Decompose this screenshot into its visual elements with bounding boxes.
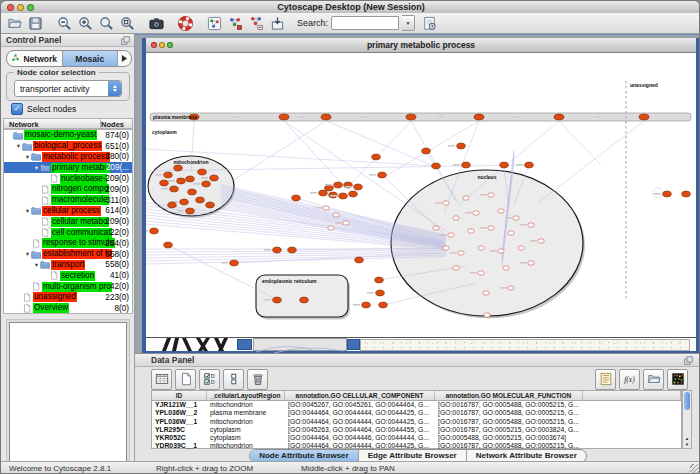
- tree-expand-icon[interactable]: ▼: [24, 208, 31, 214]
- network-node[interactable]: [406, 114, 416, 120]
- table-row[interactable]: YKR052Ccytoplasm[GO:0044464, GO:0044446,…: [152, 434, 681, 442]
- network-node[interactable]: [354, 184, 363, 190]
- network-window-titlebar[interactable]: primary metabolic process: [146, 38, 696, 53]
- network-node[interactable]: [186, 176, 195, 182]
- network-node[interactable]: [328, 226, 334, 230]
- network-node[interactable]: [372, 154, 381, 160]
- vizmapper-icon[interactable]: [226, 14, 244, 32]
- zoom-in-icon[interactable]: [76, 14, 94, 32]
- network-node[interactable]: [164, 242, 173, 248]
- network-node[interactable]: [186, 208, 195, 214]
- tree-row[interactable]: nitrogen compo209(0): [4, 184, 132, 195]
- new-attribute-icon[interactable]: [175, 369, 196, 390]
- save-icon[interactable]: [26, 14, 44, 32]
- tree-row[interactable]: ▼cellular process614(0): [4, 206, 132, 217]
- network-node[interactable]: [300, 297, 309, 303]
- scroll-up-icon[interactable]: ▲: [683, 436, 691, 441]
- network-node[interactable]: [513, 216, 519, 220]
- table-column-header[interactable]: _cellularLayoutRegion: [207, 391, 285, 400]
- open-icon[interactable]: [5, 14, 23, 32]
- network-node[interactable]: [334, 182, 343, 188]
- network-node[interactable]: [210, 175, 219, 181]
- tree-row[interactable]: cell communicat22(0): [4, 227, 132, 238]
- tree-row[interactable]: ▼transport558(0): [4, 260, 132, 271]
- network-node[interactable]: [160, 180, 169, 186]
- network-node[interactable]: [325, 185, 334, 191]
- network-node[interactable]: [528, 223, 534, 227]
- table-column-header[interactable]: annotation.GO CELLULAR_COMPONENT: [285, 391, 435, 400]
- tree-row[interactable]: ▼metabolic process280(0): [4, 152, 132, 163]
- tree-expand-icon[interactable]: ▼: [33, 262, 40, 268]
- heatmap-icon[interactable]: [667, 369, 688, 390]
- network-node[interactable]: [343, 221, 349, 225]
- network-node[interactable]: [538, 239, 544, 243]
- network-node[interactable]: [488, 226, 494, 230]
- network-node[interactable]: [432, 163, 441, 169]
- network-node[interactable]: [150, 228, 159, 234]
- network-node[interactable]: [339, 193, 348, 199]
- network-node[interactable]: [478, 246, 484, 250]
- tree-expand-icon[interactable]: ▼: [24, 154, 31, 160]
- tree-row[interactable]: secretion41(0): [4, 270, 132, 281]
- network-node[interactable]: [422, 148, 431, 154]
- network-overview-icon[interactable]: [205, 14, 223, 32]
- scroll-down-icon[interactable]: ▼: [683, 442, 691, 447]
- tree-row[interactable]: response to stimulu264(0): [4, 238, 132, 249]
- tab-network[interactable]: Network: [7, 51, 63, 66]
- network-node[interactable]: [663, 191, 672, 197]
- table-row[interactable]: YPL036W__2plasma membrane[GO:0044464, GO…: [152, 409, 681, 417]
- tree-row[interactable]: cellular metabo209(0): [4, 216, 132, 227]
- network-node[interactable]: [503, 266, 509, 270]
- tab-overflow-arrow-icon[interactable]: [118, 51, 131, 66]
- network-node[interactable]: [202, 181, 211, 187]
- resize-grip[interactable]: [690, 464, 699, 473]
- select-attributes-icon[interactable]: [199, 369, 220, 390]
- network-node[interactable]: [188, 189, 197, 195]
- network-node[interactable]: [498, 249, 504, 253]
- network-node[interactable]: [164, 172, 173, 178]
- network-node[interactable]: [525, 162, 534, 168]
- tree-row[interactable]: ▼establishment of lo558(0): [4, 249, 132, 260]
- tree-row[interactable]: ▼primary metabo209(...: [4, 162, 132, 173]
- network-node[interactable]: [488, 193, 494, 197]
- tree-row[interactable]: Overview8(0): [4, 303, 132, 314]
- network-node[interactable]: [319, 190, 328, 196]
- network-node[interactable]: [508, 286, 514, 290]
- network-node[interactable]: [378, 172, 387, 178]
- unselect-attributes-icon[interactable]: [223, 369, 244, 390]
- table-row[interactable]: YJR121W__1mitochondrion[GO:0045267, GO:0…: [152, 401, 681, 409]
- select-nodes-checkbox[interactable]: ✓: [11, 103, 23, 115]
- snapshot-icon[interactable]: [147, 14, 165, 32]
- help-icon[interactable]: [176, 14, 194, 32]
- tree-expand-icon[interactable]: ▼: [33, 165, 40, 171]
- annotation-icon[interactable]: [420, 14, 438, 32]
- network-node[interactable]: [474, 114, 484, 120]
- tree-row[interactable]: mosaic-demo-yeast874(0): [4, 130, 132, 141]
- table-column-header[interactable]: annotation.GO MOLECULAR_FUNCTION: [435, 391, 583, 400]
- zoom-actual-icon[interactable]: [97, 14, 115, 32]
- search-input[interactable]: [331, 16, 399, 30]
- scrollbar-thumb[interactable]: [684, 392, 690, 410]
- network-node[interactable]: [323, 206, 329, 210]
- network-node[interactable]: [206, 202, 215, 208]
- network-node[interactable]: [473, 211, 479, 215]
- network-node[interactable]: [639, 114, 649, 120]
- network-node[interactable]: [448, 233, 454, 237]
- network-node[interactable]: [433, 226, 439, 230]
- network-node[interactable]: [170, 186, 179, 192]
- function-builder-icon[interactable]: f(x): [619, 369, 640, 390]
- network-node[interactable]: [508, 231, 514, 235]
- network-node[interactable]: [177, 178, 186, 184]
- network-node[interactable]: [478, 271, 484, 275]
- table-column-header[interactable]: ID: [152, 391, 207, 400]
- attribute-list-icon[interactable]: [595, 369, 616, 390]
- network-node[interactable]: [453, 266, 459, 270]
- table-row[interactable]: YLR295Ccytoplasm[GO:0045263, GO:0044464,…: [152, 426, 681, 434]
- node-color-dropdown[interactable]: transporter activity: [14, 80, 122, 97]
- float-data-panel-icon[interactable]: [684, 356, 693, 365]
- network-node[interactable]: [279, 114, 289, 120]
- network-node[interactable]: [355, 257, 364, 263]
- network-node[interactable]: [462, 162, 471, 168]
- network-node[interactable]: [468, 229, 474, 233]
- network-node[interactable]: [379, 302, 388, 308]
